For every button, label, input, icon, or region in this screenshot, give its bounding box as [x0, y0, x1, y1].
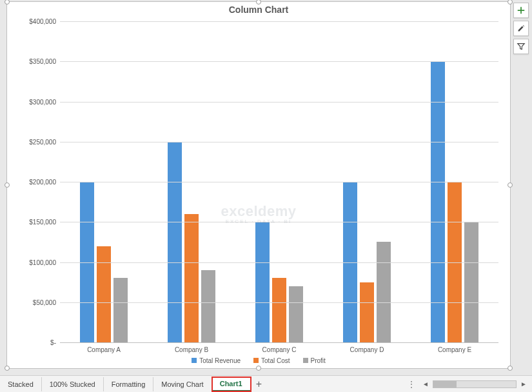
category-label: Company B	[148, 342, 235, 353]
sheet-tab-stacked[interactable]: Stacked	[0, 377, 42, 391]
bar-total-cost[interactable]	[272, 278, 286, 342]
y-tick-label: $100,000	[25, 259, 56, 266]
bar-total-revenue[interactable]	[168, 142, 182, 342]
bar-total-revenue[interactable]	[431, 61, 445, 342]
y-axis: $-$50,000$100,000$150,000$200,000$250,00…	[25, 21, 59, 342]
y-tick-label: $400,000	[25, 18, 56, 25]
category-label: Company D	[323, 342, 411, 353]
category-label: Company E	[411, 342, 498, 353]
gridline	[60, 302, 498, 303]
legend-swatch	[303, 358, 308, 363]
chart-filters-button[interactable]	[513, 39, 529, 54]
resize-handle-right-middle[interactable]	[507, 182, 513, 188]
resize-handle-bottom-right[interactable]	[507, 366, 513, 371]
gridline	[60, 142, 498, 142]
bar-profit[interactable]	[289, 286, 303, 342]
legend-swatch	[253, 358, 259, 363]
sheet-tab-formatting[interactable]: Formatting	[104, 377, 154, 391]
gridline	[60, 262, 498, 263]
gridline	[60, 21, 498, 22]
legend-label: Profit	[311, 357, 326, 364]
scroll-right-button[interactable]: ►	[519, 380, 528, 389]
legend-swatch	[192, 358, 197, 363]
horizontal-scroll-region: ⋮ ◄ ►	[404, 379, 532, 389]
funnel-icon	[517, 42, 526, 51]
resize-handle-bottom-middle[interactable]	[256, 366, 261, 371]
gridline	[60, 182, 498, 182]
y-tick-label: $50,000	[25, 299, 56, 306]
legend-item[interactable]: Total Revenue	[192, 357, 241, 364]
scroll-thumb[interactable]	[433, 381, 457, 387]
brush-icon	[517, 24, 526, 33]
workspace: Column Chart $-$50,000$100,000$150,000$2…	[0, 0, 532, 392]
scroll-left-button[interactable]: ◄	[421, 380, 430, 389]
y-tick-label: $150,000	[25, 219, 56, 226]
gridline	[60, 222, 498, 222]
bar-profit[interactable]	[377, 242, 391, 342]
resize-handle-bottom-left[interactable]	[5, 366, 10, 371]
resize-handle-left-middle[interactable]	[5, 182, 10, 188]
y-tick-label: $-	[25, 339, 56, 346]
tab-options-button[interactable]: ⋮	[404, 379, 419, 389]
chart-elements-button[interactable]	[513, 3, 529, 18]
legend-label: Total Cost	[261, 357, 290, 364]
sheet-tab-100-stucked[interactable]: 100% Stucked	[42, 377, 104, 391]
bar-total-cost[interactable]	[184, 214, 199, 342]
plus-icon: +	[256, 378, 262, 390]
gridline	[60, 102, 498, 103]
legend-item[interactable]: Profit	[303, 357, 326, 364]
category-label: Company A	[60, 342, 148, 353]
chart-styles-button[interactable]	[513, 21, 529, 36]
chart-tools	[513, 3, 529, 54]
y-tick-label: $200,000	[25, 179, 56, 186]
gridline	[60, 61, 498, 62]
plot-area[interactable]: Company ACompany BCompany CCompany DComp…	[60, 21, 498, 342]
gridline	[60, 342, 498, 343]
legend-item[interactable]: Total Cost	[253, 357, 290, 364]
sheet-tab-strip: Stacked100% StuckedFormattingMoving Char…	[0, 375, 532, 392]
y-tick-label: $350,000	[25, 58, 56, 65]
legend-label: Total Revenue	[199, 357, 241, 364]
plot-wrapper: $-$50,000$100,000$150,000$200,000$250,00…	[25, 21, 498, 342]
bar-profit[interactable]	[201, 270, 215, 342]
bar-profit[interactable]	[464, 222, 478, 342]
bar-total-revenue[interactable]	[255, 222, 270, 342]
add-sheet-button[interactable]: +	[251, 378, 268, 390]
scroll-track[interactable]	[433, 380, 517, 388]
resize-handle-top-right[interactable]	[507, 0, 513, 5]
bar-profit[interactable]	[113, 278, 128, 342]
bar-total-cost[interactable]	[360, 282, 374, 342]
y-tick-label: $250,000	[25, 138, 56, 145]
plus-icon	[517, 6, 526, 15]
sheet-tabs: Stacked100% StuckedFormattingMoving Char…	[0, 377, 251, 391]
y-tick-label: $300,000	[25, 98, 56, 105]
chart-frame[interactable]: Column Chart $-$50,000$100,000$150,000$2…	[6, 1, 511, 369]
sheet-tab-moving-chart[interactable]: Moving Chart	[153, 377, 212, 391]
bar-total-cost[interactable]	[97, 246, 111, 342]
legend[interactable]: Total RevenueTotal CostProfit	[7, 357, 510, 365]
category-label: Company C	[235, 342, 323, 353]
sheet-tab-chart1[interactable]: Chart1	[212, 377, 251, 391]
